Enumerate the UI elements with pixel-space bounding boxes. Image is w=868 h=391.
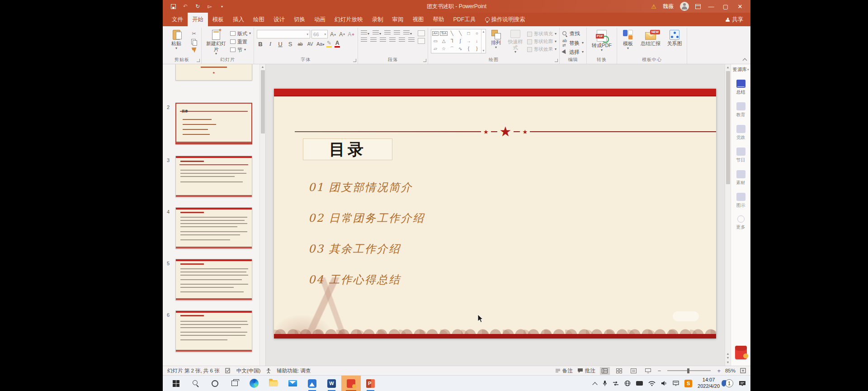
justify-button[interactable] xyxy=(389,38,396,43)
slide-thumbnail-1[interactable]: ★ xyxy=(175,64,252,81)
clear-formatting-button[interactable]: A◆ xyxy=(347,30,355,38)
textbox-shape-icon[interactable]: A≡ xyxy=(432,31,439,36)
tell-me-search[interactable]: 操作说明搜索 xyxy=(481,13,530,26)
cut-button[interactable]: ✂ xyxy=(189,30,198,37)
triangle-shape-icon[interactable]: △ xyxy=(442,39,446,43)
toc-item-2[interactable]: 02日常团务工作介绍 xyxy=(308,211,425,225)
vertical-textbox-shape-icon[interactable]: ⇅A xyxy=(440,31,447,36)
tab-insert[interactable]: 插入 xyxy=(228,13,249,26)
file-explorer-button[interactable] xyxy=(264,376,283,391)
slide-title-box[interactable]: 目录 xyxy=(303,138,392,160)
warning-icon[interactable]: ⚠ xyxy=(651,3,656,10)
device-icon[interactable] xyxy=(636,381,643,386)
cloud-app-button[interactable] xyxy=(302,376,322,391)
rectangle-shape-icon[interactable]: □ xyxy=(467,31,470,36)
change-case-button[interactable]: Aa▾ xyxy=(316,41,324,47)
thumbnail-scrollbar[interactable]: ▲ xyxy=(259,64,265,366)
network-activity-icon[interactable] xyxy=(613,381,619,386)
distribute-button[interactable] xyxy=(408,38,415,43)
tab-template[interactable]: 模板 xyxy=(208,13,228,26)
quick-styles-button[interactable]: 快速样式▾ xyxy=(506,29,525,53)
line-shape-icon[interactable]: ╲ xyxy=(451,31,453,36)
action-center-icon[interactable] xyxy=(739,381,746,386)
shrink-font-button[interactable]: A▾ xyxy=(338,30,346,38)
reset-button[interactable]: 重置 xyxy=(230,38,251,45)
sogou-input-icon[interactable]: S xyxy=(684,380,692,387)
redo-icon[interactable]: ↻ xyxy=(194,3,201,10)
curved-connector-shape-icon[interactable]: ʃ xyxy=(460,39,461,43)
tab-pdf-tools[interactable]: PDF工具 xyxy=(449,13,481,26)
save-icon[interactable] xyxy=(170,3,176,10)
scrollbar-thumb[interactable] xyxy=(261,70,265,134)
scroll-down-icon[interactable]: ▼ xyxy=(726,360,730,365)
columns-button[interactable] xyxy=(399,38,405,43)
comments-button[interactable]: 批注 xyxy=(577,367,595,374)
scroll-up-icon[interactable]: ▲ xyxy=(261,65,264,68)
text-direction-button[interactable] xyxy=(418,30,425,36)
normal-view-button[interactable] xyxy=(600,367,610,375)
shadow-button[interactable]: S xyxy=(287,41,294,48)
slide-thumbnail-panel[interactable]: ★ 2 目录 3 xyxy=(163,64,266,366)
mail-button[interactable] xyxy=(283,376,302,391)
previous-slide-button[interactable]: ▲ xyxy=(726,352,730,356)
align-center-button[interactable] xyxy=(370,38,377,43)
tab-home[interactable]: 开始 xyxy=(188,13,208,26)
slide-thumbnail-6[interactable] xyxy=(175,310,252,352)
align-right-button[interactable] xyxy=(380,38,386,43)
strikethrough-button[interactable]: ab xyxy=(297,42,304,47)
slideshow-view-button[interactable] xyxy=(643,367,653,375)
star-shape-icon[interactable]: ☆ xyxy=(442,47,446,51)
wps-taskbar-button[interactable] xyxy=(341,376,361,391)
powerpoint-taskbar-button[interactable]: P xyxy=(361,376,380,391)
increase-indent-button[interactable] xyxy=(394,30,400,35)
shape-effects-button[interactable]: 形状效果▾ xyxy=(527,46,557,52)
convert-to-pdf-button[interactable]: 转成PDF▾ xyxy=(590,29,614,51)
font-name-select[interactable]: ▾ xyxy=(257,30,310,38)
share-button[interactable]: 共享 xyxy=(726,16,750,24)
slide-editing-area[interactable]: ★ ★ ★ 目录 01团支部情况简介 02日常团务工作介绍 03其余工作介绍 xyxy=(266,64,731,366)
ribbon-display-options-icon[interactable] xyxy=(695,4,701,9)
grow-font-button[interactable]: A▴ xyxy=(329,30,337,38)
tray-expand-icon[interactable] xyxy=(593,381,597,386)
bullets-button[interactable]: ▾ xyxy=(361,30,369,35)
scroll-up-icon[interactable]: ▲ xyxy=(726,65,730,70)
tab-record[interactable]: 录制 xyxy=(368,13,388,26)
left-brace-shape-icon[interactable]: { xyxy=(468,47,469,51)
replace-button[interactable]: ab⇄替换▾ xyxy=(562,38,584,48)
tab-transitions[interactable]: 切换 xyxy=(289,13,310,26)
font-size-select[interactable]: 66▾ xyxy=(311,30,328,38)
copy-button[interactable] xyxy=(189,38,198,45)
toc-item-1[interactable]: 01团支部情况简介 xyxy=(308,180,413,195)
zoom-level[interactable]: 85% xyxy=(725,368,736,373)
zoom-out-button[interactable]: − xyxy=(658,367,661,374)
customize-qat-icon[interactable]: ▾ xyxy=(219,3,225,10)
ime-banner-icon[interactable] xyxy=(673,381,679,386)
resource-item-party[interactable]: 党政 xyxy=(736,125,745,141)
align-left-button[interactable] xyxy=(361,38,367,43)
resource-item-summary[interactable]: 总结 xyxy=(736,80,745,95)
shapes-gallery-scrollbar[interactable]: ▲▼ xyxy=(481,29,486,53)
down-arrow-shape-icon[interactable]: ↓ xyxy=(476,39,478,43)
find-button[interactable]: 查找 xyxy=(562,30,584,37)
arrange-button[interactable]: 排列▾ xyxy=(488,29,504,48)
layout-button[interactable]: 版式▾ xyxy=(230,30,251,37)
minimize-button[interactable]: — xyxy=(707,3,715,10)
slide-canvas[interactable]: ★ ★ ★ 目录 01团支部情况简介 02日常团务工作介绍 03其余工作介绍 xyxy=(274,89,716,339)
spell-check-icon[interactable] xyxy=(225,368,231,373)
shape-outline-button[interactable]: 形状轮廓▾ xyxy=(527,38,557,45)
new-slide-button[interactable]: 新建幻灯片 ▾ xyxy=(204,29,228,55)
globe-icon[interactable] xyxy=(624,380,631,386)
volume-icon[interactable] xyxy=(661,381,667,386)
zoom-slider[interactable] xyxy=(667,370,711,371)
taskbar-search-button[interactable] xyxy=(186,376,205,391)
template-button[interactable]: 模板▾ xyxy=(620,29,636,49)
toc-item-3[interactable]: 03其余工作介绍 xyxy=(308,242,401,256)
slide-thumbnail-4[interactable] xyxy=(175,207,252,249)
tab-review[interactable]: 审阅 xyxy=(388,13,408,26)
scrollbar-thumb[interactable] xyxy=(726,71,730,184)
fit-to-window-icon[interactable] xyxy=(740,368,746,373)
slide-thumbnail-5[interactable] xyxy=(175,259,252,300)
highlight-color-button[interactable]: ✎ xyxy=(326,40,332,48)
resource-item-material[interactable]: 素材 xyxy=(736,170,745,186)
microphone-icon[interactable] xyxy=(603,380,607,386)
